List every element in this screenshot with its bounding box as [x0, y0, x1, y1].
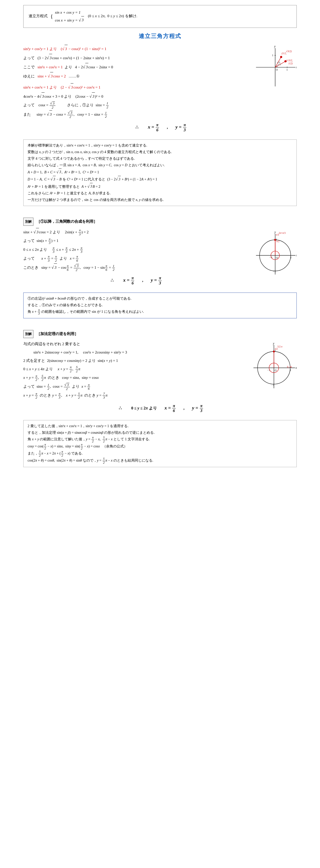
alt1-title: 別解 ［①以降，三角関数の合成を利用］: [23, 218, 297, 226]
svg-text:y: y: [274, 44, 276, 48]
page-title: 連立三角方程式: [23, 32, 297, 40]
conclusion-alt2: ∴ 0 ≤ y ≤ 2π より x = π6, y = π3: [23, 403, 297, 413]
step-6: 4cos²x − 4√3cosx + 3 = 0 より (2cosx − √3)…: [23, 92, 297, 100]
eq1: sin x + cos y = 1: [55, 9, 84, 16]
alt2-note-3: 角 x + y の範囲に注意して解いた後，y = π2 − x, 52π − x…: [28, 436, 292, 443]
note-line-3: 文字 4 つに対して式 4 つであるから，すべて特定できるはずである.: [28, 155, 292, 162]
svg-text:1: 1: [290, 369, 291, 371]
svg-text:x: x: [296, 65, 297, 69]
answer-main: ∴ x = π6, y = π3: [23, 122, 297, 132]
note-box-1: 本解が標準解法であり，sin²x + cos²x = 1，sin²y + cos…: [23, 140, 297, 206]
alt-solution-2: 別解 ［加法定理の逆を利用］ x y O 1 −1: [23, 330, 297, 467]
svg-text:0, 4π: 0, 4π: [287, 366, 292, 368]
alt-solution-1: 別解 ［①以降，三角関数の合成を利用］ x y O 1 −1: [23, 218, 297, 318]
note-box-alt1: ①の左辺が asinθ + bcosθ の形なので，合成することが可能である. …: [23, 292, 297, 318]
note-line-7: A² + B² = 1 を適用して整理すると A + √3B = 2: [28, 183, 292, 190]
solution-section: x y O 1 1 1 (1/2, √3/2): [23, 44, 297, 136]
alt2-title: 別解 ［加法定理の逆を利用］: [23, 330, 297, 338]
alt2-note-5: また，52π − x = 2π + (π2 − x) である.: [28, 450, 292, 457]
alt1-note-1: ①の左辺が asinθ + bcosθ の形なので，合成することが可能である.: [28, 295, 292, 302]
problem-label: 連立方程式: [29, 14, 48, 18]
problem-domain: (0 ≤ x ≤ 2π, 0 ≤ y ≤ 2π) を解け.: [88, 14, 137, 18]
svg-text:π/2: π/2: [277, 240, 280, 243]
svg-text:1: 1: [272, 54, 273, 57]
alt2-label: 別解: [23, 330, 33, 338]
alt2-note-2: すると，加法定理 sin(α + β) = sinαcosβ + cosαsin…: [28, 429, 292, 436]
alt2-note-6: cos(2π + θ) = cosθ, sin(2π + θ) = sinθ な…: [28, 457, 292, 464]
note-line-2: 変数は x, y の 2 つだが，sin x, cos x, sin y, co…: [28, 149, 292, 155]
figure-3: x y O 1 −1 1 −1 π/2 5: [250, 340, 297, 393]
figure-1: x y O 1 1 1 (1/2, √3/2): [253, 44, 297, 91]
svg-text:π/6: π/6: [277, 61, 280, 64]
alt1-note-2: すると，①のみで x の値を求めることができる.: [28, 302, 292, 308]
svg-text:O: O: [275, 369, 277, 372]
svg-text:√3/2): √3/2): [286, 50, 292, 53]
alt2-note-1: 2 乗して足した後，sin²x + cos²x = 1，sin²y + cos²…: [28, 423, 292, 429]
problem-system: { sin x + cos y = 1 cos x + sin y = √3: [50, 14, 85, 18]
svg-text:x: x: [295, 366, 297, 369]
figure-2: x y O 1 −1 1 −1 π/2 π/3: [253, 228, 297, 278]
note-line-5: A + D = 1, B + C = √3, A² + B² = 1, C² +…: [28, 168, 292, 176]
problem-box: 連立方程式 { sin x + cos y = 1 cos x + sin y …: [23, 5, 297, 28]
note-line-1: 本解が標準解法であり，sin²x + cos²x = 1，sin²y + cos…: [28, 142, 292, 149]
note-line-6: D = 1 − A, C = √3 − B を C² + D² = 1 に代入す…: [28, 176, 292, 183]
note-box-alt2: 2 乗して足した後，sin²x + cos²x = 1，sin²y + cos²…: [23, 420, 297, 467]
svg-text:−1: −1: [271, 383, 274, 386]
note-line-9: 一方だけでは解が 2 つ求まるので，sin と cos の値を両方求めた後で x…: [28, 197, 292, 203]
svg-text:1: 1: [290, 256, 291, 259]
alt1-label: 別解: [23, 218, 33, 226]
svg-text:π/3: π/3: [278, 63, 281, 66]
svg-text:(√3/2,: (√3/2,: [286, 59, 293, 62]
note-line-8: これをさらに A² + B² = 1 と連立すると A, B が求まる.: [28, 190, 292, 197]
svg-text:y: y: [272, 342, 274, 345]
eq2: cos x + sin y = √3: [55, 16, 84, 24]
svg-text:1/2): 1/2): [288, 62, 293, 65]
step-7: よって cosx = √32 さらに，①より sinx = 12: [23, 101, 297, 109]
alt2-content: x y O 1 −1 1 −1 π/2 5: [23, 340, 297, 417]
svg-text:O: O: [276, 68, 278, 71]
svg-text:5/2 π: 5/2 π: [278, 345, 282, 348]
svg-text:x: x: [296, 254, 297, 257]
svg-text:π/2: π/2: [275, 348, 278, 350]
alt1-note-3: 角 x + π3 の範囲を確認し，その範囲内で sin が 1 になる角を考えれ…: [28, 308, 292, 316]
answer-alt1: ∴ x = π6, y = π3: [23, 275, 248, 285]
svg-text:2π+π/3: 2π+π/3: [279, 232, 286, 234]
alt2-note-4: cosy = cos(π2 − x) = sinx, siny = sin(π2…: [28, 443, 292, 450]
step-8: また siny = √3 − cosx = √32, cosy = 1 − si…: [23, 110, 297, 119]
note-line-4: 紛らわしいならば，一旦 sin x = A, cos x = B, sin y …: [28, 162, 292, 168]
svg-text:−1: −1: [273, 270, 276, 273]
svg-text:1: 1: [286, 68, 288, 71]
alt1-content: x y O 1 −1 1 −1 π/2 π/3: [23, 228, 297, 289]
